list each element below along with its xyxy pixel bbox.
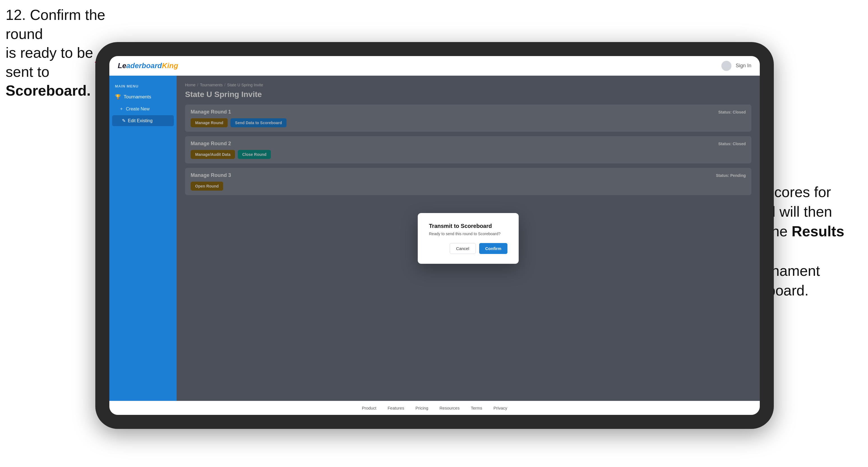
- sidebar-create-label: Create New: [126, 106, 149, 112]
- modal-subtitle: Ready to send this round to Scoreboard?: [429, 231, 507, 236]
- sidebar-item-create-new[interactable]: ＋ Create New: [109, 103, 177, 115]
- trophy-icon: 🏆: [115, 94, 121, 100]
- top-nav: LeaderboardKing Sign In: [109, 56, 760, 76]
- logo-leader: Le: [118, 61, 126, 70]
- sidebar-item-edit-existing[interactable]: ✎ Edit Existing: [112, 115, 174, 126]
- tablet-footer: Product Features Pricing Resources Terms…: [109, 401, 760, 415]
- sidebar-menu-label: MAIN MENU: [109, 81, 177, 91]
- modal-title: Transmit to Scoreboard: [429, 223, 507, 229]
- main-area: MAIN MENU 🏆 Tournaments ＋ Create New ✎ E…: [109, 76, 760, 401]
- modal-cancel-button[interactable]: Cancel: [450, 243, 476, 254]
- footer-privacy[interactable]: Privacy: [493, 406, 507, 410]
- logo-king: King: [162, 61, 178, 70]
- modal-overlay: Transmit to Scoreboard Ready to send thi…: [177, 76, 760, 401]
- footer-terms[interactable]: Terms: [471, 406, 482, 410]
- annotation-right-bold: Results: [792, 223, 844, 239]
- footer-resources[interactable]: Resources: [440, 406, 460, 410]
- logo-area: LeaderboardKing: [118, 61, 178, 70]
- sign-in-link[interactable]: Sign In: [736, 63, 751, 69]
- tablet-frame: LeaderboardKing Sign In MAIN MENU 🏆 Tour…: [95, 42, 774, 429]
- footer-features[interactable]: Features: [388, 406, 404, 410]
- tablet-screen: LeaderboardKing Sign In MAIN MENU 🏆 Tour…: [109, 56, 760, 415]
- nav-right: Sign In: [721, 61, 751, 71]
- logo-board: aderboard: [126, 61, 162, 70]
- modal-actions: Cancel Confirm: [429, 243, 507, 254]
- content-area: Home / Tournaments / State U Spring Invi…: [177, 76, 760, 401]
- sidebar-tournaments-label: Tournaments: [124, 94, 151, 100]
- edit-icon: ✎: [122, 118, 126, 123]
- sidebar-item-tournaments[interactable]: 🏆 Tournaments: [109, 91, 177, 103]
- modal: Transmit to Scoreboard Ready to send thi…: [418, 213, 519, 264]
- modal-confirm-button[interactable]: Confirm: [479, 243, 508, 254]
- avatar: [721, 61, 732, 71]
- sidebar-edit-label: Edit Existing: [128, 118, 153, 123]
- footer-pricing[interactable]: Pricing: [415, 406, 428, 410]
- footer-product[interactable]: Product: [362, 406, 376, 410]
- sidebar: MAIN MENU 🏆 Tournaments ＋ Create New ✎ E…: [109, 76, 177, 401]
- plus-icon: ＋: [119, 106, 124, 112]
